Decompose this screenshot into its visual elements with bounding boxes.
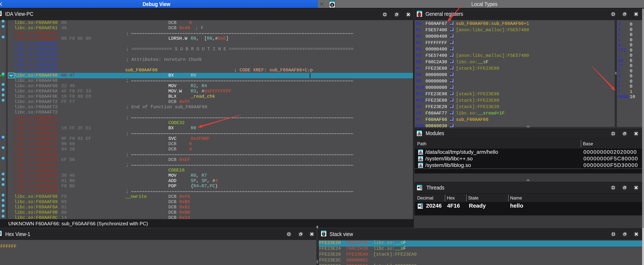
svg-text:t: t xyxy=(332,3,333,7)
